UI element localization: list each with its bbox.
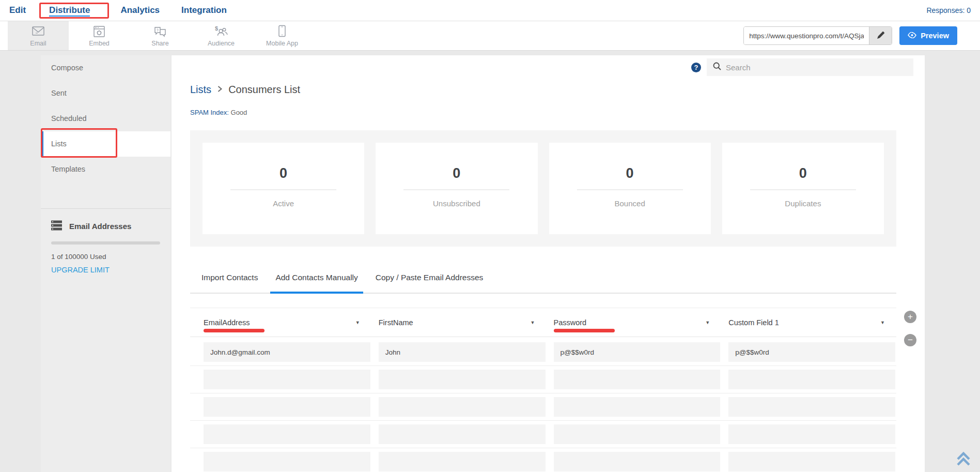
row-divider: [190, 448, 896, 448]
channel-tab-label: Email: [30, 40, 46, 47]
responses-count: Responses: 0: [926, 6, 971, 14]
sidebar-item-lists[interactable]: Lists: [41, 131, 170, 157]
field-select-row: EmailAddress ▼ FirstName ▼ Password ▼ Cu…: [190, 308, 896, 337]
contact-row: [190, 342, 896, 362]
distribute-toolbar: Email Embed Share $ Audience: [0, 21, 980, 51]
search-input[interactable]: [726, 63, 907, 72]
field-select-firstname[interactable]: FirstName ▼: [379, 308, 546, 337]
envelope-icon: [32, 24, 45, 38]
nav-tab-analytics[interactable]: Analytics: [120, 5, 160, 16]
channel-tab-audience[interactable]: $ Audience: [191, 21, 252, 50]
sidebar-item-sent[interactable]: Sent: [41, 81, 170, 106]
breadcrumb-current: Consumers List: [228, 84, 300, 96]
eye-icon: [908, 32, 916, 40]
annotation-underline-emailaddress: [204, 329, 265, 332]
nav-tab-distribute[interactable]: Distribute: [49, 5, 90, 17]
sidebar-item-compose[interactable]: Compose: [41, 55, 170, 81]
contact-customfield-input[interactable]: [728, 342, 895, 362]
contact-password-input[interactable]: [554, 370, 721, 389]
upgrade-limit-link[interactable]: UPGRADE LIMIT: [51, 266, 110, 274]
field-select-label: FirstName: [379, 318, 413, 327]
channel-tab-mobile-app[interactable]: Mobile App: [252, 21, 313, 50]
search-box: [707, 58, 913, 76]
spam-index-value: Good: [231, 109, 247, 116]
contact-email-input[interactable]: [204, 424, 370, 444]
email-addresses-title: Email Addresses: [69, 222, 131, 231]
channel-tabs: Email Embed Share $ Audience: [0, 21, 313, 50]
contact-password-input[interactable]: [554, 424, 721, 444]
stat-label: Duplicates: [722, 199, 884, 208]
field-select-label: EmailAddress: [204, 318, 250, 327]
stat-label: Unsubscribed: [376, 199, 537, 208]
row-divider: [190, 393, 896, 393]
spam-index: SPAM Index: Good: [190, 109, 247, 116]
tab-add-contacts-manually[interactable]: Add Contacts Manually: [270, 273, 363, 293]
field-select-password[interactable]: Password ▼: [554, 308, 721, 337]
chevron-right-icon: [217, 84, 223, 96]
tab-import-contacts[interactable]: Import Contacts: [196, 273, 263, 293]
contact-email-input[interactable]: [204, 342, 370, 362]
channel-tab-label: Embed: [89, 40, 110, 47]
contact-firstname-input[interactable]: [379, 452, 546, 471]
add-row-button[interactable]: +: [904, 311, 916, 323]
help-icon[interactable]: ?: [691, 63, 701, 72]
contact-firstname-input[interactable]: [379, 342, 546, 362]
stat-card-bounced: 0 Bounced: [549, 143, 711, 234]
main-top-bar: ?: [691, 58, 913, 76]
scroll-to-top-icon[interactable]: [954, 449, 973, 470]
channel-tab-embed[interactable]: Embed: [69, 21, 130, 50]
nav-tab-integration[interactable]: Integration: [181, 5, 227, 16]
search-icon: [713, 62, 721, 72]
stat-divider: [577, 189, 683, 190]
edit-url-button[interactable]: [869, 27, 892, 44]
sidebar-item-scheduled[interactable]: Scheduled: [41, 106, 170, 131]
stat-value: 0: [203, 165, 364, 181]
usage-text: 1 of 100000 Used: [51, 253, 160, 261]
contact-firstname-input[interactable]: [379, 397, 546, 417]
lists-main-panel: ? Lists Consumers List SPAM Index: Good …: [172, 55, 925, 472]
contact-row-empty: [190, 397, 896, 417]
spam-index-label: SPAM Index:: [190, 109, 229, 116]
stat-card-duplicates: 0 Duplicates: [722, 143, 884, 234]
survey-url-group: [743, 26, 892, 45]
embed-icon: [93, 24, 105, 38]
contacts-tabs: Import Contacts Add Contacts Manually Co…: [190, 261, 896, 294]
survey-url-input[interactable]: [744, 27, 869, 44]
pencil-icon: [877, 32, 884, 40]
contact-customfield-input[interactable]: [728, 397, 895, 417]
contact-email-input[interactable]: [204, 370, 370, 389]
contact-customfield-input[interactable]: [728, 370, 895, 389]
field-select-custom-field-1[interactable]: Custom Field 1 ▼: [728, 308, 895, 337]
list-icon: [51, 220, 62, 232]
nav-tab-edit[interactable]: Edit: [9, 5, 26, 16]
contact-password-input[interactable]: [554, 342, 721, 362]
contact-firstname-input[interactable]: [379, 424, 546, 444]
stat-card-unsubscribed: 0 Unsubscribed: [376, 143, 537, 234]
channel-tab-email[interactable]: Email: [8, 21, 69, 50]
annotation-underline-password: [554, 329, 615, 332]
contact-customfield-input[interactable]: [728, 452, 895, 471]
contact-firstname-input[interactable]: [379, 370, 546, 389]
contact-password-input[interactable]: [554, 452, 721, 471]
usage-progress-bar: [51, 241, 160, 245]
preview-button[interactable]: Preview: [899, 26, 957, 45]
contact-password-input[interactable]: [554, 397, 721, 417]
breadcrumb-lists-link[interactable]: Lists: [190, 84, 211, 96]
contact-email-input[interactable]: [204, 397, 370, 417]
breadcrumb: Lists Consumers List: [190, 84, 300, 96]
questionpro-distribute-screen: Edit Distribute Analytics Integration Re…: [0, 0, 980, 472]
chevron-down-icon: ▼: [705, 320, 710, 325]
contact-email-input[interactable]: [204, 452, 370, 471]
stat-divider: [403, 189, 509, 190]
field-select-label: Custom Field 1: [728, 318, 779, 327]
chevron-down-icon: ▼: [880, 320, 885, 325]
contact-row-empty: [190, 452, 896, 471]
channel-tab-share[interactable]: Share: [130, 21, 191, 50]
preview-label: Preview: [921, 32, 949, 40]
remove-row-button[interactable]: −: [904, 334, 916, 346]
chevron-down-icon: ▼: [531, 320, 535, 325]
tab-copy-paste-email-addresses[interactable]: Copy / Paste Email Addresses: [370, 273, 489, 293]
field-select-emailaddress[interactable]: EmailAddress ▼: [204, 308, 370, 337]
sidebar-item-templates[interactable]: Templates: [41, 157, 170, 182]
contact-customfield-input[interactable]: [728, 424, 895, 444]
